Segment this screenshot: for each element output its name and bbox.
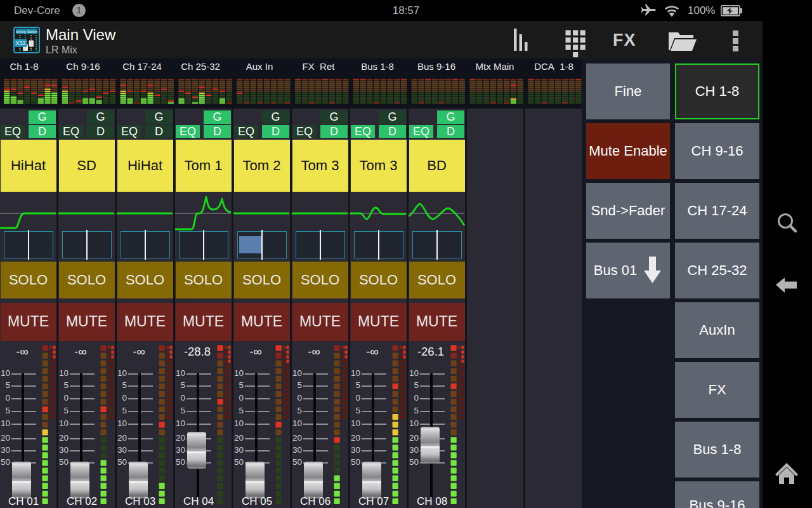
svg-text:Mixing Station: Mixing Station (16, 30, 38, 34)
svg-text:X32: X32 (15, 40, 25, 46)
